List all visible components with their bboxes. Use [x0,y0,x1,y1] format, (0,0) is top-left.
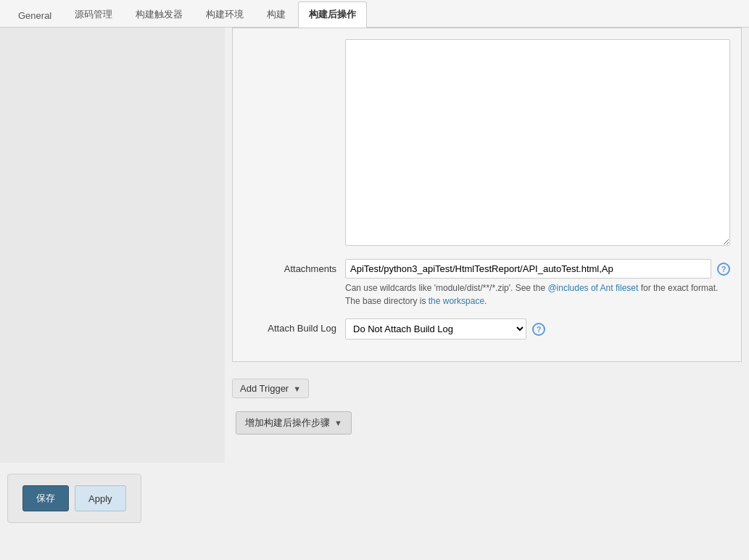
textarea-row [244,39,730,248]
attach-build-log-label: Attach Build Log [244,318,345,334]
tab-build[interactable]: 构建 [256,1,297,27]
left-sidebar [0,28,225,463]
help-text-part1: Can use wildcards like 'module/dist/**/*… [345,283,547,293]
attachments-help-text: Can use wildcards like 'module/dist/**/*… [345,281,730,308]
add-trigger-label: Add Trigger [240,383,289,394]
workspace-link[interactable]: the workspace [429,296,484,306]
add-post-build-button[interactable]: 增加构建后操作步骤 ▼ [236,411,352,435]
bottom-actions: 保存 Apply [0,463,749,534]
tab-scm[interactable]: 源码管理 [64,1,123,27]
attach-build-log-select[interactable]: Do Not Attach Build Log Attach Build Log… [345,318,526,339]
content-textarea[interactable] [345,39,730,246]
apply-button[interactable]: Apply [75,485,126,511]
textarea-label [244,39,345,44]
attach-build-log-help-icon[interactable]: ? [532,323,545,336]
attachments-help-icon[interactable]: ? [717,263,730,276]
attach-build-log-input-row: Do Not Attach Build Log Attach Build Log… [345,318,730,339]
attachments-label: Attachments [244,259,345,274]
tab-env[interactable]: 构建环境 [195,1,255,27]
attachments-row: Attachments ? Can use wildcards like 'mo… [244,259,730,308]
add-post-build-label: 增加构建后操作步骤 [245,416,330,429]
attachments-input-row: ? [345,259,730,279]
page-wrapper: General 源码管理 构建触发器 构建环境 构建 构建后操作 [0,0,749,560]
bottom-buttons-box: 保存 Apply [7,474,141,523]
tab-general[interactable]: General [7,4,62,27]
help-text-part3: . [484,296,487,306]
add-trigger-dropdown-arrow: ▼ [293,384,301,393]
attachments-input[interactable] [345,259,711,279]
tab-bar: General 源码管理 构建触发器 构建环境 构建 构建后操作 [0,0,749,28]
content-area: Attachments ? Can use wildcards like 'mo… [0,28,749,463]
attach-build-log-row: Attach Build Log Do Not Attach Build Log… [244,318,730,339]
add-post-build-dropdown-arrow: ▼ [334,419,342,427]
add-post-build-area: 增加构建后操作步骤 ▼ [225,404,749,442]
trigger-area: Add Trigger ▼ [225,369,749,404]
tab-triggers[interactable]: 构建触发器 [125,1,194,27]
textarea-wrap [345,39,730,248]
right-content: Attachments ? Can use wildcards like 'mo… [225,28,749,463]
add-trigger-button[interactable]: Add Trigger ▼ [232,379,309,398]
ant-fileset-link[interactable]: @includes of Ant fileset [547,283,638,293]
tab-post-build[interactable]: 构建后操作 [298,1,367,28]
form-section: Attachments ? Can use wildcards like 'mo… [232,28,742,362]
attach-build-log-wrap: Do Not Attach Build Log Attach Build Log… [345,318,730,339]
attachments-wrap: ? Can use wildcards like 'module/dist/**… [345,259,730,308]
save-button[interactable]: 保存 [22,485,69,511]
